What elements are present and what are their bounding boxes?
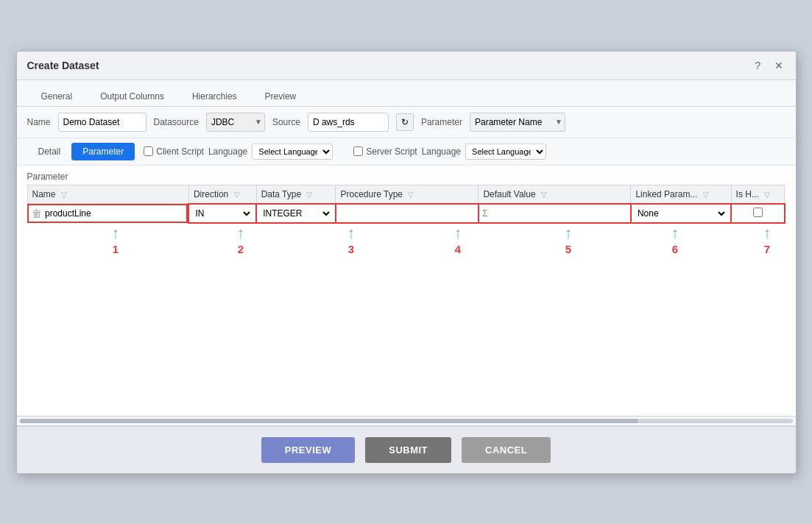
client-script-label: Client Script xyxy=(156,146,204,157)
help-icon[interactable]: ? xyxy=(752,59,765,72)
horizontal-scrollbar[interactable] xyxy=(17,416,796,426)
th-linkedparam: Linked Param... ▽ xyxy=(631,185,731,204)
annotation-4: ↑ 4 xyxy=(454,224,462,255)
sigma-icon: Σ xyxy=(482,208,487,219)
direction-filter-icon[interactable]: ▽ xyxy=(234,191,240,199)
linkedparam-filter-icon[interactable]: ▽ xyxy=(703,191,709,199)
annotation-5: ↑ 5 xyxy=(565,224,573,255)
arrow-up-4: ↑ xyxy=(454,224,462,243)
table-row: 🗑 IN OUT INOUT INTEGER xyxy=(27,204,785,224)
server-script-checkbox[interactable] xyxy=(353,146,363,156)
datasource-label: Datasource xyxy=(154,117,199,127)
tab-preview[interactable]: Preview xyxy=(251,86,311,106)
th-name: Name ▽ xyxy=(27,185,188,204)
cell-datatype: INTEGER STRING BOOLEAN xyxy=(256,204,336,224)
proceduretype-filter-icon[interactable]: ▽ xyxy=(408,191,414,199)
client-language-select[interactable]: Select Language xyxy=(252,144,333,160)
arrow-up-1: ↑ xyxy=(112,224,120,243)
dialog-footer: PREVIEW SUBMIT CANCEL xyxy=(17,426,796,473)
language-label-2: Language xyxy=(422,146,461,157)
server-language-select[interactable]: Select Language xyxy=(465,144,546,160)
linkedparam-cell-select[interactable]: None xyxy=(635,208,727,219)
num-2: 2 xyxy=(238,243,244,255)
name-filter-icon[interactable]: ▽ xyxy=(61,191,67,199)
arrow-up-5: ↑ xyxy=(565,224,573,243)
main-tabs: General Output Columns Hierarchies Previ… xyxy=(17,80,796,107)
defaultvalue-filter-icon[interactable]: ▽ xyxy=(541,191,547,199)
cell-defaultvalue: Σ xyxy=(479,204,631,224)
cell-proceduretype xyxy=(336,204,479,224)
header-icons: ? ✕ xyxy=(752,59,785,72)
cancel-button[interactable]: CANCEL xyxy=(462,437,551,463)
dialog-title: Create Dataset xyxy=(27,60,99,71)
client-script-checkbox-label: Client Script xyxy=(144,146,204,157)
cell-ish xyxy=(731,204,784,224)
tab-hierarchies[interactable]: Hierarchies xyxy=(178,86,251,106)
refresh-button[interactable]: ↻ xyxy=(396,113,414,131)
scroll-thumb xyxy=(20,419,638,423)
th-proceduretype: Procedure Type ▽ xyxy=(336,185,479,204)
create-dataset-dialog: Create Dataset ? ✕ General Output Column… xyxy=(16,51,797,474)
section-label: Parameter xyxy=(27,171,785,182)
arrow-up-3: ↑ xyxy=(347,224,356,243)
parameter-select-wrapper: Parameter Name ▼ xyxy=(470,113,565,132)
defaultvalue-cell-input[interactable] xyxy=(490,208,624,219)
annotation-3: ↑ 3 xyxy=(347,224,356,255)
submit-button[interactable]: SUBMIT xyxy=(365,437,451,463)
table-header-row: Name ▽ Direction ▽ Data Type ▽ Procedu xyxy=(27,185,785,204)
datasource-select[interactable]: JDBC xyxy=(206,113,265,132)
direction-cell-select[interactable]: IN OUT INOUT xyxy=(192,208,253,219)
server-script-checkbox-label: Server Script xyxy=(353,146,417,157)
datatype-cell-select[interactable]: INTEGER STRING BOOLEAN xyxy=(260,208,332,219)
sub-tab-parameter[interactable]: Parameter xyxy=(71,143,135,160)
sub-tab-detail[interactable]: Detail xyxy=(27,143,72,160)
ish-filter-icon[interactable]: ▽ xyxy=(764,191,770,199)
annotation-6: ↑ 6 xyxy=(671,224,679,255)
source-input[interactable] xyxy=(308,113,389,132)
num-5: 5 xyxy=(565,243,571,255)
datasource-select-wrapper: JDBC ▼ xyxy=(206,113,265,132)
name-cell-input[interactable] xyxy=(45,208,183,219)
dialog-header: Create Dataset ? ✕ xyxy=(17,52,796,80)
name-label: Name xyxy=(27,117,51,127)
cell-name: 🗑 xyxy=(27,204,188,223)
annotation-1: ↑ 1 xyxy=(112,224,120,255)
annotation-area: ↑ 1 ↑ 2 ↑ 3 ↑ 4 ↑ 5 ↑ 6 xyxy=(27,224,785,297)
cell-direction: IN OUT INOUT xyxy=(188,204,256,224)
sub-tabs-row: Detail Parameter Client Script Language … xyxy=(17,138,796,166)
server-script-label: Server Script xyxy=(366,146,417,157)
language-label-1: Language xyxy=(208,146,247,157)
close-icon[interactable]: ✕ xyxy=(772,59,785,72)
scroll-track xyxy=(20,419,793,423)
th-ish: Is H... ▽ xyxy=(731,185,784,204)
num-4: 4 xyxy=(455,243,461,255)
datatype-filter-icon[interactable]: ▽ xyxy=(306,191,312,199)
th-datatype: Data Type ▽ xyxy=(256,185,336,204)
arrow-up-2: ↑ xyxy=(237,224,245,243)
th-direction: Direction ▽ xyxy=(188,185,256,204)
num-6: 6 xyxy=(672,243,678,255)
source-label: Source xyxy=(272,117,300,127)
parameter-table: Name ▽ Direction ▽ Data Type ▽ Procedu xyxy=(27,185,785,224)
parameter-label: Parameter xyxy=(421,117,462,127)
content-area: Parameter Name ▽ Direction ▽ Data Type xyxy=(17,166,796,416)
tab-general[interactable]: General xyxy=(27,86,87,106)
annotation-2: ↑ 2 xyxy=(237,224,245,255)
table-section: Parameter Name ▽ Direction ▽ Data Type xyxy=(17,166,796,224)
num-1: 1 xyxy=(113,243,119,255)
num-7: 7 xyxy=(764,243,770,255)
arrow-up-7: ↑ xyxy=(763,224,772,243)
cell-linkedparam: None xyxy=(631,204,731,224)
client-script-checkbox[interactable] xyxy=(144,146,153,156)
delete-row-icon[interactable]: 🗑 xyxy=(32,208,42,219)
name-row: Name Datasource JDBC ▼ Source ↻ Paramete… xyxy=(17,107,796,138)
ish-cell-checkbox[interactable] xyxy=(753,208,763,217)
annotation-7: ↑ 7 xyxy=(763,224,772,255)
arrow-up-6: ↑ xyxy=(671,224,679,243)
proceduretype-cell-input[interactable] xyxy=(339,208,475,219)
parameter-select[interactable]: Parameter Name xyxy=(470,113,565,132)
num-3: 3 xyxy=(348,243,354,255)
preview-button[interactable]: PREVIEW xyxy=(261,437,355,463)
name-input[interactable] xyxy=(58,113,146,132)
tab-output-columns[interactable]: Output Columns xyxy=(86,86,178,106)
